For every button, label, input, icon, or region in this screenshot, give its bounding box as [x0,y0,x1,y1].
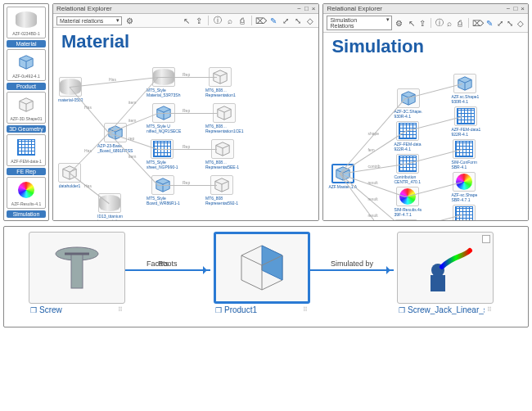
edge-label: item [128,154,136,159]
relations-dropdown[interactable]: Material relations [56,16,122,25]
edge-label: Has [84,148,92,153]
edge-label: result [367,180,377,185]
relations-dropdown[interactable]: Simulation Relations [327,16,392,30]
strip-card-screw_jack_linear_static_simulation[interactable]: ❒Screw_Jack_Linear_static_simulation⠿ [397,232,494,316]
graph-node[interactable]: AZF-3C.Shape.930R-4.1 [394,88,422,119]
graph-node[interactable]: AZF.sc.Shape1930R-4.1 [451,74,479,104]
palette-sep-material: Material [7,40,46,47]
node-label: MT5_Style Unified_NQR1SECE [147,124,181,133]
edge-label: item [128,100,136,105]
card-footer: ❒Screw⠿ [29,304,125,316]
print-icon[interactable]: ⎙ [456,18,464,28]
graph-node[interactable]: SIM-ConFormSBR-4.1 [451,139,476,169]
shrink-icon[interactable]: ⤡ [506,18,514,28]
gear-icon[interactable]: ⚙ [394,18,403,28]
panel-header-left: Relational Explorer − □ × [53,4,318,14]
palette-item[interactable]: AZF-FEM-data-1 [7,134,46,166]
palette-sep-3d geometry: 3D Geometry [7,125,46,133]
cursor-icon[interactable]: ↖ [408,18,416,28]
pin-icon[interactable]: ◇ [516,18,525,28]
cube-outline-icon [12,94,40,115]
graph-node[interactable]: SIM-Results.4s39F-4.7.1 [394,187,422,217]
palette-sep-product: Product [7,83,46,90]
graph-edge [158,149,217,150]
share-icon[interactable]: ⇪ [418,18,426,28]
card-footer: ❒Screw_Jack_Linear_static_simulation⠿ [397,304,494,316]
graph-node[interactable]: AZF-sc.ShapeSBR-4.7.1 [451,172,477,202]
shrink-icon[interactable]: ⤡ [293,16,303,25]
gear-icon[interactable]: ⚙ [124,16,134,25]
expand-icon[interactable]: ⤢ [496,18,504,28]
node-label: AZF-FEM-data922R-4.1 [394,142,421,151]
node-label: SIM-Results.4s39F-4.7.1 [394,207,422,217]
graph-edge [70,87,110,133]
graph-node[interactable]: MT6_808…Representat5EE-1 [205,139,239,169]
graph-canvas-material[interactable]: Material material-0502dataholder1AZP-23-… [53,28,318,220]
maximize-icon[interactable]: □ [304,5,309,12]
svg-rect-3 [431,275,445,291]
drag-icon[interactable]: ⠿ [303,306,309,314]
graph-node[interactable]: SIM-Results.39F-4.7.2 [394,219,417,221]
card-label: Product1 [224,305,257,314]
graph-canvas-simulation[interactable]: Simulation AZF.Master-1.AAZF-3C.Shape.93… [323,33,528,220]
relation-arrow [310,269,394,271]
expand-icon[interactable]: ⤢ [281,16,291,25]
graph-node[interactable]: MT6_808…Representation1CE1 [205,103,243,133]
overlay-title: Simulation [331,36,423,57]
drag-icon[interactable]: ⠿ [118,306,124,314]
pen-icon[interactable]: ✎ [268,16,278,25]
node-label: MT5_StyleMaterial_53R73Sh [147,88,180,97]
minimize-icon[interactable]: − [297,5,301,12]
close-icon[interactable]: × [312,5,316,12]
graph-node[interactable]: MT5_Style Unified_NQR1SECE [147,103,181,133]
grid-icon [454,106,477,126]
graph-edge [158,185,217,186]
search-icon[interactable]: ⌕ [225,16,235,25]
edge-label: fem [367,147,374,152]
arrow-label: FacetsRoots [147,260,169,268]
palette-item[interactable]: AZF-0u492-4.1 [7,49,46,81]
graph-node[interactable]: MT6_808…Representation1 [205,67,236,97]
search-icon[interactable]: ⌕ [446,18,454,28]
type-palette: AZF-0234BD-1MaterialAZF-0u492-4.1Product… [3,3,49,221]
palette-item[interactable]: AZF-3D.Shape01 [7,92,46,124]
grid-icon [453,205,476,221]
close-icon[interactable]: × [521,5,525,12]
mini-icon: ❒ [215,306,222,314]
info-icon[interactable]: ⓘ [213,16,223,25]
palette-label: AZF-FEM-data-1 [11,159,42,164]
graph-node[interactable]: MT5_Stylesheet_NGP990-1 [147,139,178,169]
strip-card-product1[interactable]: ❒Product1⠿ [214,232,310,316]
node-label: MT5_StyleBoard_WR86R1-1 [147,196,180,206]
graph-node[interactable]: AZF-FEM-data1922R-4.1 [451,106,480,137]
drag-icon[interactable]: ⠿ [487,306,493,314]
minimize-icon[interactable]: − [507,5,511,12]
print-icon[interactable]: ⎙ [237,16,247,25]
checkbox[interactable] [482,235,490,243]
heat-icon [394,219,417,221]
heat-icon [453,172,476,192]
arrow-label: Simulated by [331,260,373,268]
share-icon[interactable]: ⇪ [194,16,204,25]
node-label: AZF-FEM-data1922R-4.1 [451,127,480,137]
node-label: AZF-3C.Shape.930R-4.1 [394,109,422,119]
graph-node[interactable]: ContributionCENTR_470.1 [394,154,421,184]
tag-icon[interactable]: ⌦ [473,18,483,28]
edge-label: rep [128,136,134,141]
pin-icon[interactable]: ◇ [305,16,315,25]
maximize-icon[interactable]: □ [513,5,517,12]
info-icon[interactable]: ⓘ [435,18,444,28]
graph-node[interactable]: dataholder1 [58,163,81,188]
palette-item[interactable]: AZF-Results-4.1 [7,177,46,209]
palette-item[interactable]: AZF-0234BD-1 [7,7,46,38]
cursor-icon[interactable]: ↖ [182,16,192,25]
graph-node[interactable]: AZF-Standard360R-4.1 [451,205,476,221]
card-thumb [29,232,125,304]
strip-card-screw[interactable]: ❒Screw⠿ [29,232,125,316]
edge-label: Has [84,183,92,188]
toolbar-right: Simulation Relations ⚙ ↖ ⇪ ⓘ ⌕ ⎙ ⌦ ✎ ⤢ ⤡… [323,14,528,33]
node-label: AZF-sc.ShapeSBR-4.7.1 [451,192,477,202]
graph-node[interactable]: MT6_808Representat592-1 [205,175,238,206]
tag-icon[interactable]: ⌦ [256,16,266,25]
pen-icon[interactable]: ✎ [485,18,494,28]
